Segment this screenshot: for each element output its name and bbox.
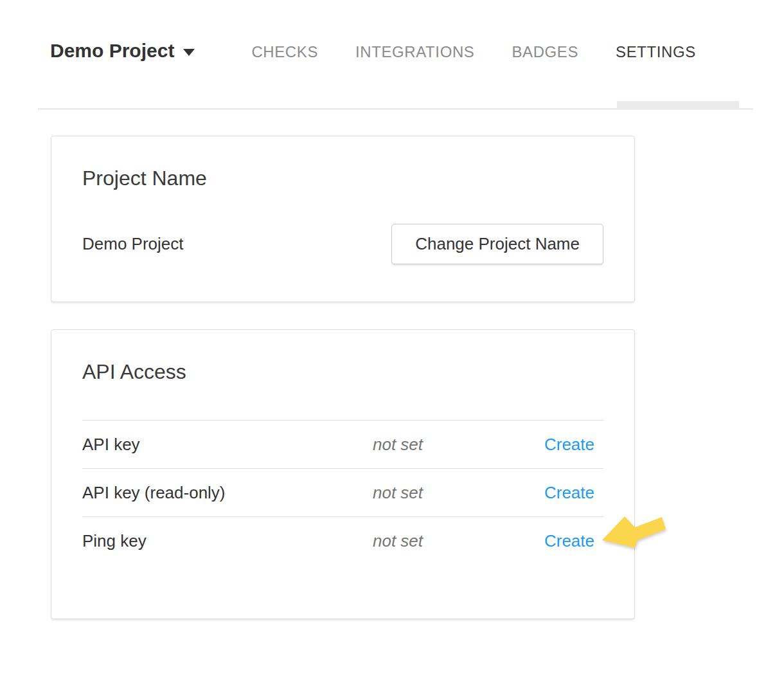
- current-project-name: Demo Project: [82, 234, 184, 254]
- row-label: API key: [82, 435, 373, 455]
- table-row-ping-key: Ping key not set Create: [82, 516, 603, 565]
- project-title: Demo Project: [50, 40, 174, 62]
- row-label: API key (read-only): [82, 483, 373, 503]
- create-read-only-api-key-link[interactable]: Create: [544, 483, 603, 503]
- page-header: Demo Project CHECKS INTEGRATIONS BADGES …: [50, 40, 696, 62]
- table-row-api-key-read-only: API key (read-only) not set Create: [82, 468, 603, 516]
- tab-integrations[interactable]: INTEGRATIONS: [355, 43, 474, 61]
- create-ping-key-link[interactable]: Create: [544, 531, 603, 551]
- tab-badges[interactable]: BADGES: [512, 43, 578, 61]
- change-project-name-button[interactable]: Change Project Name: [391, 224, 603, 264]
- project-selector-dropdown[interactable]: Demo Project: [50, 40, 195, 62]
- api-access-card: API Access API key not set Create API ke…: [51, 329, 635, 619]
- project-name-card-title: Project Name: [82, 166, 603, 190]
- row-label: Ping key: [82, 531, 373, 551]
- api-access-table: API key not set Create API key (read-onl…: [82, 420, 603, 565]
- api-access-card-title: API Access: [82, 359, 603, 384]
- create-api-key-link[interactable]: Create: [544, 435, 603, 455]
- project-name-row: Demo Project Change Project Name: [82, 224, 603, 264]
- row-value: not set: [373, 483, 544, 503]
- row-value: not set: [373, 531, 544, 551]
- tab-bar: CHECKS INTEGRATIONS BADGES SETTINGS: [251, 43, 696, 61]
- tab-settings[interactable]: SETTINGS: [616, 43, 696, 61]
- project-name-card: Project Name Demo Project Change Project…: [51, 136, 635, 302]
- caret-down-icon: [183, 49, 195, 56]
- tab-checks[interactable]: CHECKS: [251, 43, 318, 61]
- tabs-underline: [38, 108, 753, 110]
- row-value: not set: [373, 435, 544, 455]
- table-row-api-key: API key not set Create: [82, 420, 603, 468]
